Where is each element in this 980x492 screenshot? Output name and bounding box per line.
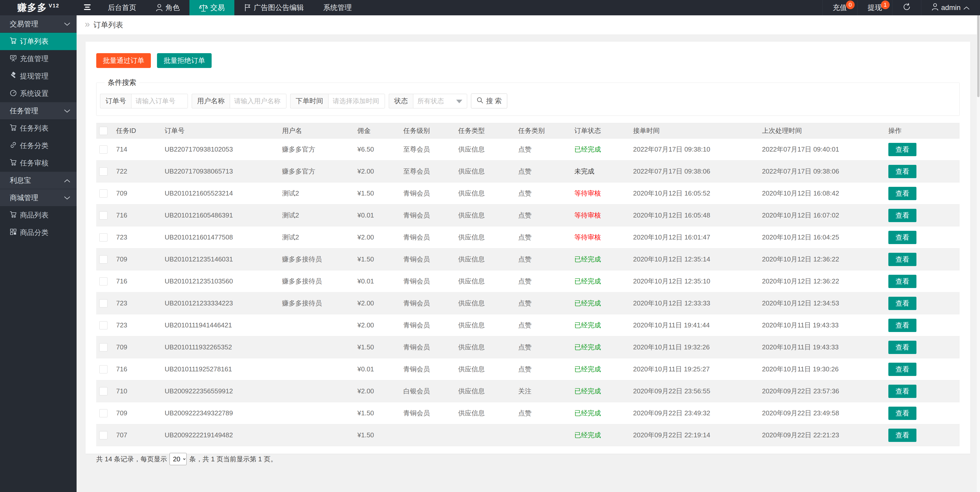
- sidebar-group-tasks[interactable]: 任务管理: [0, 102, 76, 120]
- cell-type: 供应信息: [455, 227, 515, 248]
- cell-user: [279, 315, 354, 336]
- cart-icon: [10, 211, 17, 220]
- sidebar-item-product-list[interactable]: 商品列表: [0, 206, 76, 224]
- row-checkbox[interactable]: [99, 211, 107, 220]
- row-checkbox[interactable]: [99, 168, 107, 176]
- sidebar-group-interest[interactable]: 利息宝: [0, 172, 76, 189]
- view-button[interactable]: 查看: [888, 407, 916, 420]
- cell-handle-time: 2020年10月12日 16:08:42: [759, 182, 885, 204]
- row-checkbox[interactable]: [99, 343, 107, 351]
- row-checkbox[interactable]: [99, 431, 107, 439]
- cell-handle-time: 2020年10月12日 16:07:02: [759, 204, 885, 227]
- table-row: 709 UB2010111932265352 ¥1.50 青铜会员 供应信息 点…: [96, 336, 959, 358]
- refresh-button[interactable]: [892, 0, 921, 15]
- cell-commission: ¥2.00: [354, 292, 400, 315]
- view-button[interactable]: 查看: [888, 209, 916, 222]
- row-checkbox[interactable]: [99, 189, 107, 198]
- app-version: V12: [49, 3, 59, 9]
- cell-handle-time: 2020年10月11日 19:43:33: [759, 315, 885, 336]
- status-field-group: 状态 所有状态: [389, 94, 467, 109]
- user-name-field-group: 用户名称: [192, 94, 286, 109]
- view-button[interactable]: 查看: [888, 385, 916, 398]
- user-name-label: 用户名称: [192, 94, 230, 109]
- sidebar-item-withdraw-mgmt[interactable]: 提现管理: [0, 67, 76, 85]
- order-no-input[interactable]: [131, 94, 188, 109]
- view-button[interactable]: 查看: [888, 429, 916, 442]
- cell-commission: ¥2.00: [354, 160, 400, 182]
- view-button[interactable]: 查看: [888, 275, 916, 288]
- row-checkbox[interactable]: [99, 321, 107, 329]
- row-checkbox[interactable]: [99, 145, 107, 153]
- nav-item-roles[interactable]: 角色: [146, 0, 189, 15]
- cell-task-id: 723: [113, 227, 162, 248]
- cell-accept-time: 2020年10月11日 19:41:44: [630, 315, 759, 336]
- sidebar-item-task-category[interactable]: 任务分类: [0, 137, 76, 154]
- view-button[interactable]: 查看: [888, 231, 916, 244]
- nav-item-home[interactable]: 后台首页: [98, 0, 146, 15]
- cell-category: 点赞: [515, 358, 571, 380]
- row-checkbox[interactable]: [99, 277, 107, 286]
- recharge-button[interactable]: 充值 0: [822, 0, 857, 15]
- view-button[interactable]: 查看: [888, 253, 916, 266]
- view-button[interactable]: 查看: [888, 165, 916, 178]
- row-checkbox[interactable]: [99, 387, 107, 395]
- cell-commission: ¥0.01: [354, 204, 400, 227]
- search-panel-title: 条件搜索: [105, 78, 139, 88]
- order-time-input[interactable]: [328, 94, 385, 109]
- view-button[interactable]: 查看: [888, 143, 916, 156]
- view-button[interactable]: 查看: [888, 363, 916, 376]
- select-all-checkbox[interactable]: [99, 127, 107, 135]
- search-button[interactable]: 搜 索: [471, 94, 507, 109]
- cell-task-id: 716: [113, 358, 162, 380]
- sidebar-item-task-list[interactable]: 任务列表: [0, 120, 76, 137]
- cell-level: 青铜会员: [400, 292, 455, 315]
- cell-task-id: 716: [113, 204, 162, 227]
- cell-task-id: 714: [113, 139, 162, 160]
- nav-item-banner-editor[interactable]: 广告图公告编辑: [234, 0, 313, 15]
- cell-category: 点赞: [515, 182, 571, 204]
- nav-item-system[interactable]: 系统管理: [313, 0, 361, 15]
- cell-level: 青铜会员: [400, 336, 455, 358]
- view-button[interactable]: 查看: [888, 297, 916, 310]
- view-button[interactable]: 查看: [888, 341, 916, 354]
- user-icon: [156, 4, 163, 11]
- scrollbar-thumb[interactable]: [977, 15, 980, 97]
- sidebar-group-trade[interactable]: 交易管理: [0, 15, 76, 33]
- nav-item-label: 交易: [210, 3, 224, 13]
- page-size-select[interactable]: 20: [170, 453, 187, 465]
- withdraw-button[interactable]: 提现 1: [857, 0, 892, 15]
- sidebar-toggle-button[interactable]: [76, 0, 98, 15]
- row-checkbox[interactable]: [99, 233, 107, 241]
- batch-reject-button[interactable]: 批量拒绝订单: [157, 53, 212, 68]
- sidebar-item-task-review[interactable]: 任务审核: [0, 154, 76, 172]
- col-order-no: 订单号: [162, 123, 279, 139]
- row-checkbox[interactable]: [99, 365, 107, 374]
- scrollbar[interactable]: [977, 15, 980, 492]
- sidebar-group-mall[interactable]: 商城管理: [0, 189, 76, 206]
- user-name-input[interactable]: [230, 94, 286, 109]
- sidebar-item-system-settings[interactable]: 系统设置: [0, 85, 76, 102]
- user-menu[interactable]: admin: [921, 0, 980, 15]
- status-select[interactable]: 所有状态: [413, 94, 467, 109]
- cell-type: 供应信息: [455, 204, 515, 227]
- nav-item-trade[interactable]: 交易: [189, 0, 234, 15]
- row-checkbox[interactable]: [99, 299, 107, 307]
- cell-level: 青铜会员: [400, 315, 455, 336]
- table-row: 714 UB2207170938102053 赚多多官方 ¥6.50 至尊会员 …: [96, 139, 959, 160]
- row-checkbox[interactable]: [99, 255, 107, 264]
- view-button[interactable]: 查看: [888, 187, 916, 200]
- sidebar-item-product-category[interactable]: 商品分类: [0, 224, 76, 241]
- col-category: 任务类别: [515, 123, 571, 139]
- sidebar-item-recharge-mgmt[interactable]: 充值管理: [0, 50, 76, 67]
- sidebar-item-order-list[interactable]: 订单列表: [0, 33, 76, 50]
- sidebar-item-label: 商品列表: [20, 210, 48, 220]
- cell-commission: ¥2.00: [354, 227, 400, 248]
- batch-approve-button[interactable]: 批量通过订单: [96, 53, 151, 68]
- cell-category: 点赞: [515, 336, 571, 358]
- cell-level: 青铜会员: [400, 248, 455, 270]
- cell-user: 测试2: [279, 227, 354, 248]
- cell-task-id: 709: [113, 402, 162, 424]
- view-button[interactable]: 查看: [888, 319, 916, 332]
- pagination: 共 14 条记录，每页显示 20 条，共 1 页当前显示第 1 页。: [96, 453, 959, 465]
- row-checkbox[interactable]: [99, 409, 107, 417]
